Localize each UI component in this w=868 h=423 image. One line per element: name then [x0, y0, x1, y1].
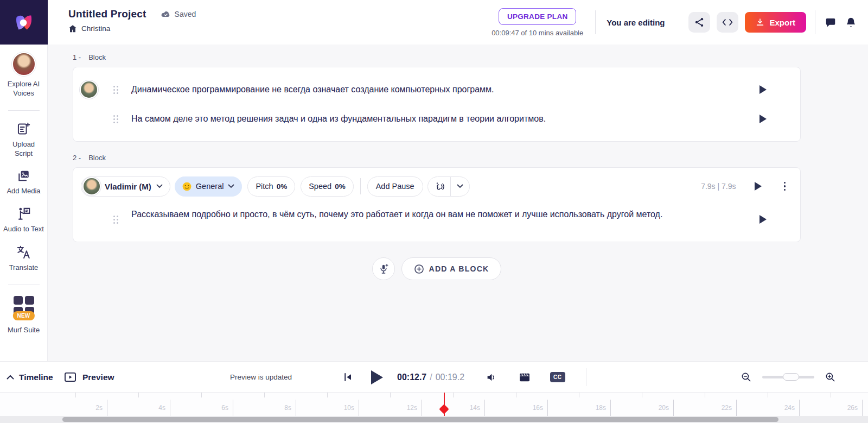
header: Untitled Project Saved Christina UPGRADE — [0, 0, 868, 45]
ruler-tick — [579, 393, 579, 397]
pitch-control[interactable]: Pitch 0% — [247, 176, 295, 197]
voice-name: Vladimir (M) — [105, 182, 151, 191]
ruler-tick — [233, 400, 233, 416]
notifications-button[interactable] — [844, 15, 858, 30]
ruler-tick — [327, 393, 328, 397]
export-button[interactable]: Export — [745, 12, 806, 33]
sidebar-item-label: Translate — [9, 263, 39, 273]
ruler-tick — [736, 400, 737, 416]
pitch-value: 0% — [277, 182, 288, 191]
ruler-tick — [673, 400, 674, 416]
add-pause-button[interactable]: Add Pause — [367, 176, 423, 197]
ruler-tick — [359, 400, 359, 416]
block-1-label: 1 - Block — [73, 53, 801, 61]
speaker-avatar[interactable] — [81, 81, 97, 98]
zoom-slider[interactable] — [762, 376, 814, 378]
skip-to-start-button[interactable] — [342, 371, 354, 383]
voice-avatar — [12, 52, 36, 76]
play-line-button[interactable] — [760, 85, 767, 94]
sidebar-item-add-media[interactable]: Add Media — [0, 169, 47, 196]
timeline-ruler[interactable]: 2s4s6s8s10s12s14s16s18s20s22s24s26s — [0, 392, 868, 416]
mood-selector[interactable]: General — [175, 176, 242, 197]
zoom-in-button[interactable] — [824, 371, 837, 383]
translate-icon — [16, 245, 31, 260]
sidebar-item-explore-ai-voices[interactable]: Explore AI Voices — [0, 52, 47, 98]
zoom-out-button[interactable] — [740, 371, 752, 383]
download-icon — [756, 18, 764, 27]
play-line-button[interactable] — [760, 115, 767, 123]
chevron-down-icon — [457, 184, 463, 188]
header-divider — [595, 10, 596, 34]
upgrade-plan-button[interactable]: UPGRADE PLAN — [499, 8, 577, 25]
volume-button[interactable] — [486, 373, 497, 382]
share-icon — [694, 17, 705, 28]
ruler-tick — [201, 393, 202, 397]
pronunciation-icon — [434, 182, 444, 191]
ruler-tick-label: 6s — [207, 404, 228, 412]
comments-button[interactable] — [823, 15, 838, 30]
zoom-slider-thumb[interactable] — [783, 373, 799, 381]
drag-handle[interactable] — [113, 86, 118, 94]
sidebar-item-translate[interactable]: Translate — [0, 245, 47, 273]
block-duration: 7.9s | 7.9s — [701, 182, 736, 191]
ruler-tick — [705, 393, 705, 397]
sidebar-divider — [8, 285, 40, 285]
sidebar-item-audio-to-text[interactable]: Audio to Text — [0, 206, 47, 234]
timeline-label: Timeline — [19, 373, 53, 382]
project-info: Untitled Project Saved Christina — [48, 0, 196, 45]
drag-handle[interactable] — [113, 115, 118, 123]
ruler-tick-label: 2s — [81, 404, 103, 412]
script-text[interactable]: Рассказываем подробно и просто, в чём су… — [131, 208, 668, 220]
sidebar-item-label: Audio to Text — [3, 225, 44, 234]
preview-toggle[interactable]: Preview — [64, 362, 114, 393]
play-block-button[interactable] — [755, 182, 762, 191]
block-1-card: Динамическое программирование не всегда … — [73, 67, 801, 142]
ruler-tick — [768, 393, 768, 397]
sidebar-item-upload-script[interactable]: Upload Script — [0, 122, 47, 159]
timeline-toggle[interactable]: Timeline — [7, 362, 53, 393]
embed-code-button[interactable] — [717, 12, 738, 33]
speaker-avatar — [84, 178, 100, 194]
record-voice-button[interactable] — [372, 257, 395, 280]
speed-control[interactable]: Speed 0% — [301, 176, 353, 197]
zoom-out-icon — [741, 372, 751, 382]
block-menu-button[interactable] — [782, 180, 788, 193]
script-text[interactable]: На самом деле это метод решения задач и … — [131, 112, 760, 125]
mood-label: General — [196, 182, 224, 191]
playhead[interactable] — [444, 393, 445, 419]
play-line-button[interactable] — [760, 215, 767, 224]
project-title[interactable]: Untitled Project — [68, 8, 146, 20]
pronunciation-control — [427, 176, 470, 197]
timeline-scrollbar-thumb[interactable] — [62, 417, 778, 422]
script-text[interactable]: Динамическое программирование не всегда … — [131, 83, 760, 96]
ruler-tick — [862, 400, 863, 416]
film-icon — [519, 373, 531, 382]
murf-studio-app: Untitled Project Saved Christina UPGRADE — [0, 0, 868, 423]
ruler-tick-label: 10s — [333, 404, 354, 412]
sidebar-divider — [8, 110, 40, 111]
ruler-tick-label: 14s — [458, 404, 480, 412]
breadcrumb[interactable]: Christina — [68, 24, 196, 33]
sidebar-item-murf-suite[interactable]: NEW Murf Suite — [0, 296, 47, 335]
share-button[interactable] — [688, 12, 710, 33]
preview-status: Preview is updated — [230, 362, 292, 393]
save-status: Saved — [161, 10, 196, 18]
timeline-scrollbar[interactable] — [0, 416, 868, 423]
ruler-tick-label: 24s — [773, 404, 795, 412]
add-block-button[interactable]: ADD A BLOCK — [401, 257, 502, 280]
drag-handle[interactable] — [113, 216, 118, 224]
murf-logo[interactable] — [0, 0, 48, 45]
ruler-tick — [296, 400, 296, 416]
transport-controls: 00:12.7/00:19.2 CC — [342, 362, 565, 393]
ruler-tick-label: 20s — [647, 404, 669, 412]
play-button[interactable] — [371, 370, 383, 384]
toolbar-divider — [360, 178, 361, 194]
captions-button[interactable]: CC — [550, 372, 565, 382]
code-icon — [722, 18, 733, 26]
ruler-tick-label: 22s — [710, 404, 732, 412]
voice-selector[interactable]: Vladimir (M) — [81, 176, 170, 197]
scenes-button[interactable] — [519, 373, 531, 382]
pronunciation-button[interactable] — [428, 177, 450, 196]
pronunciation-dropdown[interactable] — [450, 177, 469, 196]
ruler-tick — [453, 393, 454, 397]
